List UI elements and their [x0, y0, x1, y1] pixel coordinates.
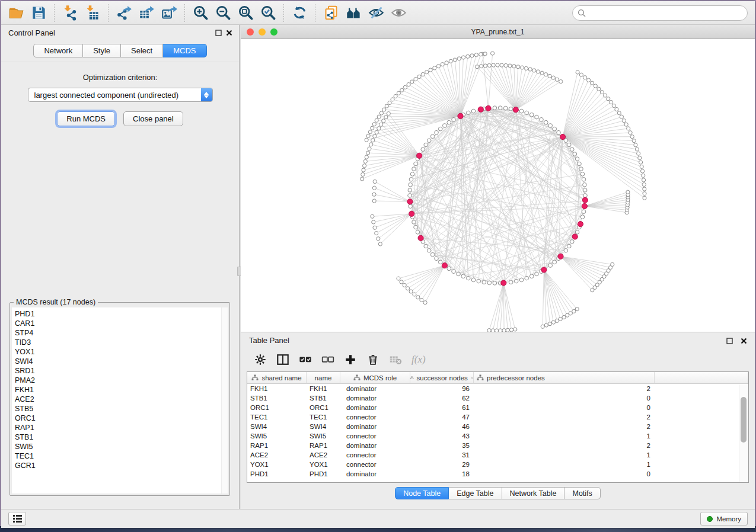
delete-column-button[interactable]	[366, 352, 379, 367]
export-table-button[interactable]	[135, 3, 158, 23]
cell-name[interactable]: SWI5	[307, 431, 340, 441]
column-header-MCDS-role[interactable]: MCDS role	[340, 372, 410, 384]
cell-predecessor-nodes[interactable]: 2	[474, 384, 655, 393]
mcds-result-item[interactable]: SWI4	[15, 357, 228, 366]
cell-successor-nodes[interactable]: 43	[410, 431, 474, 441]
cell-successor-nodes[interactable]: 31	[410, 450, 474, 460]
mcds-result-list[interactable]: PHD1CAR1STP4TID3YOX1SWI4SRD1PMA2FKH1ACE2…	[12, 307, 228, 493]
mcds-result-item[interactable]: ACE2	[15, 395, 228, 404]
mcds-result-item[interactable]: TID3	[15, 338, 228, 347]
control-panel-close-button[interactable]	[224, 28, 234, 37]
cell-shared-name[interactable]: RAP1	[247, 441, 307, 450]
cell-mcds-role[interactable]: connector	[340, 412, 410, 422]
table-row[interactable]: TEC1TEC1connector472	[247, 412, 748, 422]
table-panel-float-button[interactable]	[724, 336, 735, 345]
zoom-selected-button[interactable]	[257, 3, 279, 23]
cell-name[interactable]: ORC1	[307, 403, 340, 412]
column-header-name[interactable]: name	[307, 372, 340, 384]
cell-shared-name[interactable]: PHD1	[247, 469, 307, 479]
cell-mcds-role[interactable]: connector	[340, 460, 410, 469]
cell-successor-nodes[interactable]: 47	[410, 412, 474, 422]
cell-predecessor-nodes[interactable]: 1	[474, 450, 655, 460]
mcds-list-scrollbar[interactable]	[221, 307, 228, 493]
mcds-result-item[interactable]: YOX1	[15, 347, 228, 357]
cell-mcds-role[interactable]: dominator	[340, 384, 410, 393]
mcds-result-item[interactable]: RAP1	[15, 423, 228, 432]
mcds-result-item[interactable]: PMA2	[15, 376, 228, 385]
cell-name[interactable]: RAP1	[307, 441, 340, 450]
mcds-result-item[interactable]: STB5	[15, 404, 228, 414]
deselect-all-button[interactable]	[321, 352, 334, 367]
tab-motifs[interactable]: Motifs	[564, 487, 600, 499]
cell-mcds-role[interactable]: dominator	[340, 441, 410, 450]
cell-shared-name[interactable]: YOX1	[247, 460, 307, 469]
cell-name[interactable]: TEC1	[307, 412, 340, 422]
table-scrollbar-thumb[interactable]	[741, 397, 747, 443]
cell-successor-nodes[interactable]: 18	[410, 469, 474, 479]
cell-name[interactable]: SWI4	[307, 422, 340, 431]
cell-predecessor-nodes[interactable]: 0	[474, 393, 655, 403]
cell-name[interactable]: YOX1	[307, 460, 340, 469]
table-row[interactable]: PHD1PHD1dominator180	[247, 469, 748, 479]
cell-predecessor-nodes[interactable]: 2	[474, 422, 655, 431]
import-network-button[interactable]	[59, 3, 81, 23]
cell-shared-name[interactable]: ACE2	[247, 450, 307, 460]
control-panel-float-button[interactable]	[213, 28, 224, 37]
table-row[interactable]: RAP1RAP1dominator352	[247, 441, 748, 450]
cell-predecessor-nodes[interactable]: 1	[474, 460, 655, 469]
memory-button[interactable]: Memory	[700, 512, 748, 525]
cell-shared-name[interactable]: SWI5	[247, 431, 307, 441]
network-from-selection-button[interactable]	[320, 3, 342, 23]
network-canvas[interactable]	[241, 39, 755, 332]
show-all-button[interactable]	[387, 3, 410, 23]
table-options-button[interactable]	[254, 352, 267, 367]
cell-shared-name[interactable]: SWI4	[247, 422, 307, 431]
cell-predecessor-nodes[interactable]: 0	[474, 469, 655, 479]
select-all-button[interactable]	[299, 352, 312, 367]
cell-successor-nodes[interactable]: 46	[410, 422, 474, 431]
cell-successor-nodes[interactable]: 29	[410, 460, 474, 469]
zoom-fit-button[interactable]	[234, 3, 257, 23]
first-neighbors-button[interactable]	[342, 3, 365, 23]
cell-name[interactable]: FKH1	[307, 384, 340, 393]
tab-mcds[interactable]: MCDS	[163, 44, 206, 57]
cell-name[interactable]: PHD1	[307, 469, 340, 479]
refresh-layout-button[interactable]	[288, 3, 311, 23]
cell-successor-nodes[interactable]: 61	[410, 403, 474, 412]
table-row[interactable]: SWI5SWI5connector431	[247, 431, 748, 441]
open-file-button[interactable]	[5, 3, 27, 23]
cell-shared-name[interactable]: FKH1	[247, 384, 307, 393]
tab-network-table[interactable]: Network Table	[502, 487, 565, 499]
mcds-result-item[interactable]: FKH1	[15, 385, 228, 395]
mcds-result-item[interactable]: STB1	[15, 432, 228, 442]
tab-node-table[interactable]: Node Table	[395, 487, 449, 499]
cell-predecessor-nodes[interactable]: 2	[474, 412, 655, 422]
save-session-button[interactable]	[27, 3, 50, 23]
search-input[interactable]	[572, 5, 748, 21]
delete-table-button[interactable]	[389, 352, 402, 367]
cell-mcds-role[interactable]: dominator	[340, 393, 410, 403]
column-header-predecessor-nodes[interactable]: predecessor nodes	[474, 372, 655, 384]
node-table[interactable]: shared namenameMCDS rolesuccessor nodesp…	[247, 371, 749, 483]
table-scrollbar[interactable]	[739, 384, 748, 482]
table-row[interactable]: ACE2ACE2connector311	[247, 450, 748, 460]
cell-predecessor-nodes[interactable]: 0	[474, 403, 655, 412]
table-row[interactable]: STB1STB1dominator620	[247, 393, 748, 403]
cell-successor-nodes[interactable]: 35	[410, 441, 474, 450]
cell-mcds-role[interactable]: dominator	[340, 403, 410, 412]
add-column-button[interactable]	[344, 352, 357, 367]
cell-name[interactable]: STB1	[307, 393, 340, 403]
cell-shared-name[interactable]: STB1	[247, 393, 307, 403]
mcds-result-item[interactable]: PHD1	[15, 309, 228, 319]
tab-style[interactable]: Style	[83, 44, 121, 57]
function-builder-button[interactable]: f(x)	[412, 352, 426, 367]
cell-predecessor-nodes[interactable]: 2	[474, 441, 655, 450]
show-columns-button[interactable]	[276, 352, 289, 367]
tab-network[interactable]: Network	[33, 44, 83, 57]
mcds-result-item[interactable]: ORC1	[15, 414, 228, 423]
mcds-result-item[interactable]: TEC1	[15, 451, 228, 461]
task-history-button[interactable]	[8, 512, 26, 525]
tab-edge-table[interactable]: Edge Table	[449, 487, 502, 499]
table-row[interactable]: ORC1ORC1dominator610	[247, 403, 748, 412]
table-row[interactable]: YOX1YOX1connector291	[247, 460, 748, 469]
